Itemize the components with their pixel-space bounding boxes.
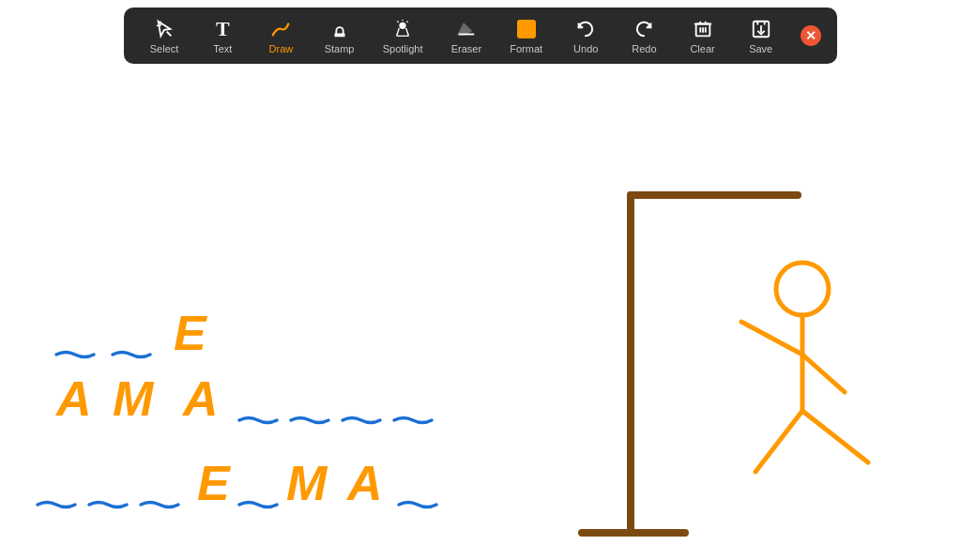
spotlight-icon (392, 17, 413, 41)
undo-icon (575, 17, 596, 41)
tool-format[interactable]: Format (500, 13, 552, 58)
tool-redo[interactable]: Redo (619, 13, 668, 58)
stamp-icon (329, 17, 350, 41)
draw-label: Draw (269, 43, 294, 54)
undo-label: Undo (573, 43, 598, 54)
svg-text:M: M (286, 456, 328, 510)
svg-text:E: E (174, 306, 207, 360)
drawing-canvas[interactable]: E A M A E M A (0, 73, 961, 560)
svg-point-3 (400, 23, 405, 28)
save-icon (751, 17, 771, 41)
svg-text:A: A (181, 371, 219, 426)
format-icon (517, 17, 536, 41)
toolbar: Select T Text Draw Stamp (124, 8, 837, 64)
svg-text:A: A (54, 371, 92, 426)
format-label: Format (510, 43, 542, 54)
stamp-label: Stamp (325, 43, 355, 54)
tool-stamp[interactable]: Stamp (315, 13, 364, 58)
tool-select[interactable]: Select (140, 13, 189, 58)
eraser-icon (456, 17, 477, 41)
redo-label: Redo (632, 43, 656, 54)
svg-point-22 (776, 263, 829, 315)
text-icon: T (216, 17, 230, 41)
tool-save[interactable]: Save (737, 13, 786, 58)
tool-draw[interactable]: Draw (256, 13, 305, 58)
close-button[interactable]: ✕ (801, 25, 821, 46)
svg-line-24 (741, 322, 802, 355)
tool-spotlight[interactable]: Spotlight (374, 13, 433, 58)
save-label: Save (749, 43, 772, 54)
tool-clear[interactable]: Clear (679, 13, 727, 58)
draw-icon (270, 17, 291, 41)
tool-eraser[interactable]: Eraser (442, 13, 491, 58)
tool-undo[interactable]: Undo (561, 13, 610, 58)
tool-text[interactable]: T Text (198, 13, 247, 58)
eraser-label: Eraser (451, 43, 481, 54)
text-label: Text (213, 43, 232, 54)
svg-text:A: A (345, 456, 383, 510)
svg-line-6 (398, 22, 399, 23)
redo-icon (633, 17, 654, 41)
svg-line-27 (802, 411, 868, 462)
svg-line-5 (407, 22, 408, 23)
clear-icon (693, 17, 713, 41)
select-label: Select (150, 43, 179, 54)
clear-label: Clear (690, 43, 714, 54)
canvas-area[interactable]: E A M A E M A (0, 73, 961, 560)
select-icon (154, 17, 175, 41)
svg-line-0 (167, 32, 172, 37)
svg-line-25 (802, 355, 845, 392)
spotlight-label: Spotlight (383, 43, 423, 54)
svg-line-26 (755, 411, 802, 472)
svg-text:E: E (197, 456, 231, 510)
svg-text:M: M (113, 371, 155, 426)
